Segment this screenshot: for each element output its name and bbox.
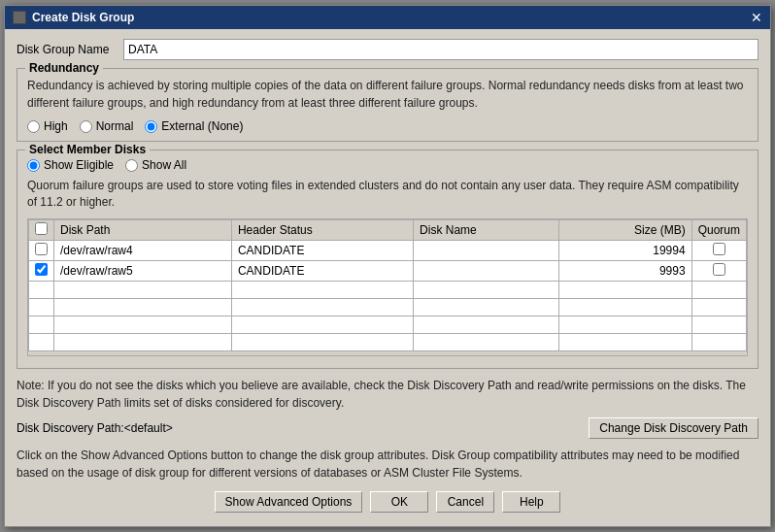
disk-table: Disk Path Header Status Disk Name Size (… (28, 219, 747, 351)
redundancy-group: Redundancy Redundancy is achieved by sto… (17, 68, 758, 142)
select-all-checkbox[interactable] (35, 222, 48, 235)
radio-high-label: High (44, 119, 68, 133)
disk-group-name-row: Disk Group Name (17, 39, 758, 60)
row2-disk-name (414, 260, 559, 281)
row1-header-status: CANDIDATE (231, 240, 413, 260)
cancel-button[interactable]: Cancel (436, 491, 494, 513)
quorum-note: Quorum failure groups are used to store … (27, 178, 748, 211)
col-header-status: Header Status (231, 219, 413, 240)
change-discovery-button[interactable]: Change Disk Discovery Path (589, 417, 758, 439)
row1-quorum-cell (691, 240, 746, 260)
radio-normal[interactable]: Normal (80, 119, 134, 133)
button-row: Show Advanced Options OK Cancel Help (17, 491, 758, 516)
close-button[interactable]: ✕ (751, 11, 762, 24)
radio-show-eligible[interactable]: Show Eligible (27, 158, 114, 172)
dialog-body: Disk Group Name Redundancy Redundancy is… (5, 29, 770, 526)
row1-disk-name (414, 240, 559, 260)
radio-external-label: External (None) (161, 119, 243, 133)
radio-show-all[interactable]: Show All (125, 158, 186, 172)
row1-checkbox[interactable] (35, 243, 48, 255)
radio-high[interactable]: High (27, 119, 68, 133)
redundancy-radio-group: High Normal External (None) (27, 119, 748, 133)
show-disks-row: Show Eligible Show All (27, 158, 748, 172)
col-quorum: Quorum (691, 219, 746, 240)
radio-normal-label: Normal (96, 119, 134, 133)
col-size: Size (MB) (558, 219, 691, 240)
row2-checkbox[interactable] (35, 263, 48, 276)
title-bar: Create Disk Group ✕ (5, 6, 770, 29)
col-disk-name: Disk Name (414, 219, 559, 240)
row2-size: 9993 (558, 260, 691, 281)
show-eligible-label: Show Eligible (44, 158, 114, 172)
row2-header-status: CANDIDATE (231, 260, 413, 281)
row1-disk-path: /dev/raw/raw4 (54, 240, 232, 260)
discovery-path-row: Disk Discovery Path:<default> Change Dis… (17, 417, 758, 439)
table-row (29, 333, 747, 350)
table-row: /dev/raw/raw4 CANDIDATE 19994 (29, 240, 747, 260)
row2-quorum-cell (691, 260, 746, 281)
select-member-disks-title: Select Member Disks (25, 143, 150, 156)
disk-group-name-label: Disk Group Name (17, 43, 123, 56)
table-row (29, 298, 747, 316)
row1-check-cell (29, 240, 54, 260)
footer-note: Click on the Show Advanced Options butto… (17, 447, 758, 482)
ok-button[interactable]: OK (370, 491, 428, 513)
dialog-create-disk-group: Create Disk Group ✕ Disk Group Name Redu… (4, 5, 771, 527)
show-all-label: Show All (142, 158, 186, 172)
row2-disk-path: /dev/raw/raw5 (54, 260, 232, 281)
table-row (29, 316, 747, 333)
select-member-disks-group: Select Member Disks Show Eligible Show A… (17, 150, 758, 369)
disk-group-name-input[interactable] (123, 39, 758, 60)
discovery-path-label: Disk Discovery Path:<default> (17, 421, 173, 435)
disk-table-container: Disk Path Header Status Disk Name Size (… (27, 218, 748, 356)
dialog-title: Create Disk Group (32, 11, 134, 24)
row1-size: 19994 (558, 240, 691, 260)
redundancy-title: Redundancy (25, 61, 103, 75)
row2-check-cell (29, 260, 54, 281)
dialog-icon (13, 11, 26, 24)
row1-quorum-checkbox[interactable] (713, 243, 725, 255)
col-disk-path: Disk Path (54, 219, 232, 240)
help-button[interactable]: Help (502, 491, 560, 513)
table-row (29, 281, 747, 298)
radio-external[interactable]: External (None) (145, 119, 243, 133)
note-text: Note: If you do not see the disks which … (17, 377, 758, 412)
table-row: /dev/raw/raw5 CANDIDATE 9993 (29, 260, 747, 281)
col-check (29, 219, 54, 240)
show-advanced-button[interactable]: Show Advanced Options (215, 491, 363, 513)
row2-quorum-checkbox[interactable] (713, 263, 725, 276)
redundancy-description: Redundancy is achieved by storing multip… (27, 77, 748, 112)
